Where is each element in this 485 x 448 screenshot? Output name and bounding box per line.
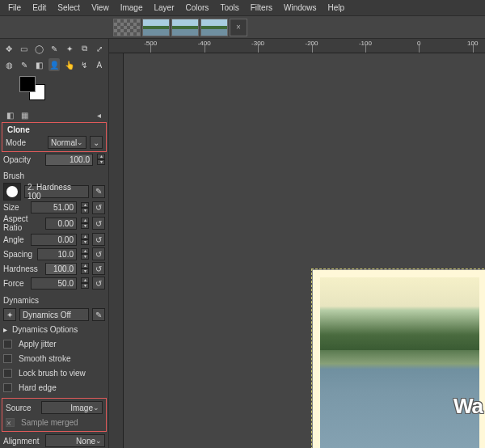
free-select-icon[interactable]: ✎: [48, 42, 61, 55]
device-status-tab-icon[interactable]: ▦: [19, 110, 29, 120]
chevron-down-icon: ⌄: [93, 404, 99, 412]
fuzzy-select-icon[interactable]: ✦: [63, 42, 75, 55]
dynamics-icon[interactable]: ✦: [3, 308, 16, 321]
brush-preview-icon[interactable]: [3, 183, 21, 201]
image-tabs: ×: [0, 16, 485, 39]
opacity-down-icon[interactable]: ▾: [97, 159, 105, 165]
sample-merged-checkbox[interactable]: ×: [6, 418, 15, 427]
menu-tools[interactable]: Tools: [215, 2, 243, 14]
path-tool-icon[interactable]: ↯: [78, 58, 91, 71]
crop-tool-icon[interactable]: ⧉: [78, 42, 91, 55]
opacity-up-icon[interactable]: ▴: [97, 154, 105, 159]
mode-dropdown[interactable]: Normal ⌄: [48, 136, 86, 149]
angle-down-icon[interactable]: ▾: [81, 239, 89, 245]
aspect-slider[interactable]: 0.00: [45, 218, 77, 230]
tab-menu-icon[interactable]: ◂: [94, 110, 103, 120]
angle-reset-icon[interactable]: ↺: [92, 233, 105, 246]
hardness-slider[interactable]: 100.0: [45, 263, 77, 275]
hardness-reset-icon[interactable]: ↺: [92, 262, 105, 275]
tab-thumb-checker[interactable]: [113, 19, 141, 36]
eraser-tool-icon[interactable]: ◧: [33, 58, 45, 71]
brush-name-field[interactable]: 2. Hardness 100: [24, 185, 89, 198]
aspect-up-icon[interactable]: ▴: [81, 218, 89, 223]
source-dropdown[interactable]: Image ⌄: [41, 401, 103, 414]
image-frame[interactable]: Wa: [313, 270, 485, 448]
fg-bg-swatches[interactable]: [19, 76, 52, 105]
angle-label: Angle: [3, 235, 27, 244]
ruler-tick-label: 100: [467, 40, 478, 47]
source-value: Image: [70, 404, 93, 412]
menu-file[interactable]: File: [3, 2, 26, 14]
ellipse-select-icon[interactable]: ◯: [33, 42, 45, 55]
tab-thumb-image-3[interactable]: [200, 19, 228, 36]
mode-label: Mode: [6, 138, 44, 147]
smudge-tool-icon[interactable]: 👆: [63, 58, 75, 71]
transform-tool-icon[interactable]: ⤢: [93, 42, 105, 55]
menu-select[interactable]: Select: [53, 2, 85, 14]
menu-edit[interactable]: Edit: [27, 2, 51, 14]
force-slider[interactable]: 50.0: [31, 277, 77, 290]
menu-help[interactable]: Help: [323, 2, 350, 14]
size-reset-icon[interactable]: ↺: [92, 201, 105, 214]
opacity-slider[interactable]: 100.0: [45, 154, 93, 166]
hardedge-label: Hard edge: [19, 383, 105, 392]
ruler-vertical: [109, 53, 124, 448]
menu-windows[interactable]: Windows: [279, 2, 322, 14]
size-down-icon[interactable]: ▾: [81, 208, 89, 213]
dynamics-options-toggle-icon[interactable]: ▸: [3, 325, 7, 334]
hardedge-checkbox[interactable]: [3, 383, 12, 392]
dynamics-options-label[interactable]: Dynamics Options: [12, 325, 105, 334]
move-tool-icon[interactable]: ✥: [3, 42, 15, 55]
aspect-label: Aspect Ratio: [3, 214, 42, 232]
brush-edit-icon[interactable]: ✎: [92, 185, 105, 198]
spacing-up-icon[interactable]: ▴: [81, 248, 89, 254]
menu-colors[interactable]: Colors: [180, 2, 213, 14]
highlight-source: Source Image ⌄ × Sample merged: [2, 398, 107, 432]
tool-options-tab-icon[interactable]: ◧: [5, 110, 15, 120]
bucket-tool-icon[interactable]: ◍: [3, 58, 15, 71]
aspect-down-icon[interactable]: ▾: [81, 223, 89, 229]
dynamics-dropdown[interactable]: Dynamics Off: [19, 308, 89, 321]
angle-slider[interactable]: 0.00: [31, 234, 77, 246]
ruler-tick-label: -200: [305, 40, 318, 47]
hardness-up-icon[interactable]: ▴: [81, 263, 89, 268]
tab-close-icon[interactable]: ×: [230, 19, 247, 36]
force-down-icon[interactable]: ▾: [81, 283, 89, 289]
alignment-dropdown[interactable]: None ⌄: [45, 434, 105, 447]
lock-checkbox[interactable]: [3, 369, 12, 378]
source-label: Source: [6, 404, 38, 412]
sample-merged-label: Sample merged: [21, 418, 103, 427]
spacing-slider[interactable]: 10.0: [37, 248, 77, 260]
size-up-icon[interactable]: ▴: [81, 202, 89, 208]
tool-options-panel: ✥ ▭ ◯ ✎ ✦ ⧉ ⤢ ◍ ✎ ◧ 👤 👆 ↯ A: [0, 39, 109, 448]
menu-layer[interactable]: Layer: [149, 2, 179, 14]
rect-select-icon[interactable]: ▭: [19, 42, 31, 55]
aspect-reset-icon[interactable]: ↺: [92, 217, 105, 230]
hardness-down-icon[interactable]: ▾: [81, 268, 89, 274]
menu-view[interactable]: View: [86, 2, 114, 14]
clone-tool-icon[interactable]: 👤: [48, 58, 61, 71]
text-tool-icon[interactable]: A: [93, 58, 105, 71]
pencil-tool-icon[interactable]: ✎: [19, 58, 31, 71]
ruler-horizontal: -500-400-300-200-1000100: [109, 39, 485, 53]
mode-menu-icon[interactable]: ⌄: [90, 136, 103, 149]
canvas-area[interactable]: -500-400-300-200-1000100 Wa: [109, 39, 485, 448]
tool-name: Clone: [2, 123, 106, 135]
fg-color-swatch[interactable]: [19, 76, 36, 92]
menu-image[interactable]: Image: [116, 2, 148, 14]
brush-name: 2. Hardness 100: [27, 183, 86, 201]
size-slider[interactable]: 51.00: [31, 201, 77, 213]
dynamics-edit-icon[interactable]: ✎: [92, 308, 105, 321]
spacing-reset-icon[interactable]: ↺: [92, 247, 105, 260]
menu-filters[interactable]: Filters: [246, 2, 277, 14]
hardness-label: Hardness: [3, 264, 42, 273]
force-up-icon[interactable]: ▴: [81, 277, 89, 283]
opacity-label: Opacity: [3, 155, 42, 164]
angle-up-icon[interactable]: ▴: [81, 234, 89, 239]
tab-thumb-image-2[interactable]: [171, 19, 199, 36]
jitter-checkbox[interactable]: [3, 340, 12, 349]
spacing-down-icon[interactable]: ▾: [81, 254, 89, 260]
force-reset-icon[interactable]: ↺: [92, 277, 105, 290]
tab-thumb-image-1[interactable]: [142, 19, 170, 36]
smooth-checkbox[interactable]: [3, 354, 12, 363]
